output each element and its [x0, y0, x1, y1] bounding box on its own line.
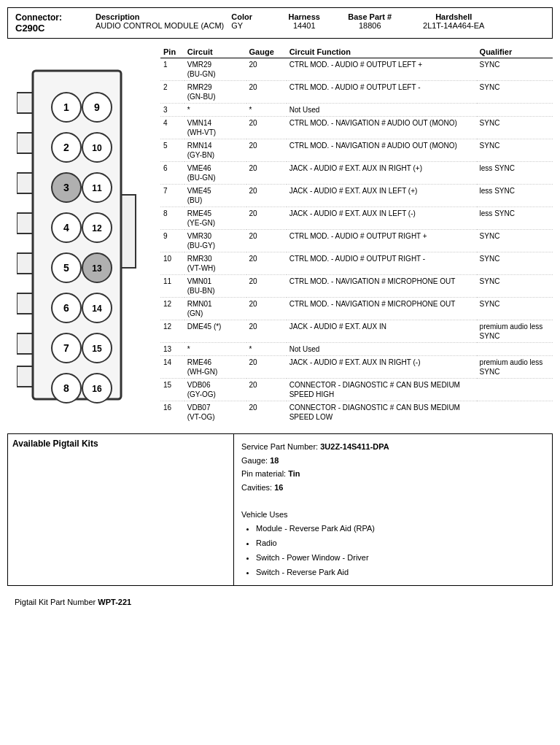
connector-diagram: 1 9 2 10 3 11 4 12 5 13 6: [7, 46, 153, 423]
pin-function: JACK - AUDIO # EXT. AUX IN RIGHT (+): [287, 162, 477, 185]
pin-qualifier: [477, 343, 553, 356]
pigtail-section-title: Available Pigtail Kits: [12, 439, 229, 449]
cavities-value: 16: [274, 483, 283, 492]
harness-title: Harness: [275, 12, 333, 21]
pin-function: CTRL MOD. - AUDIO # OUTPUT LEFT -: [287, 81, 477, 104]
svg-rect-2: [17, 173, 33, 193]
table-row: 5 RMN14(GY-BN) 20 CTRL MOD. - NAVIGATION…: [160, 139, 553, 162]
svg-text:11: 11: [92, 183, 102, 193]
pin-circuit: VMR29(BU-GN): [184, 58, 246, 81]
table-row: 9 VMR30(BU-GY) 20 CTRL MOD. - AUDIO # OU…: [160, 230, 553, 252]
svg-text:14: 14: [92, 304, 102, 314]
pin-circuit: RMR29(GN-BU): [184, 81, 246, 104]
pin-gauge: 20: [246, 320, 287, 343]
pin-function: CTRL MOD. - NAVIGATION # AUDIO OUT (MONO…: [287, 117, 477, 139]
pin-num: 2: [160, 81, 184, 104]
pin-num: 1: [160, 58, 184, 81]
svg-rect-1: [17, 133, 33, 153]
pin-function: JACK - AUDIO # EXT. AUX IN RIGHT (-): [287, 356, 477, 379]
pin-qualifier: less SYNC: [477, 162, 553, 185]
pin-num: 15: [160, 379, 184, 401]
hardshell-value: 2L1T-14A464-EA: [406, 21, 501, 30]
table-row: 12 DME45 (*) 20 JACK - AUDIO # EXT. AUX …: [160, 320, 553, 343]
table-row: 11 VMN01(BU-BN) 20 CTRL MOD. - NAVIGATIO…: [160, 275, 553, 298]
list-item: Radio: [256, 536, 545, 551]
svg-text:1: 1: [63, 101, 69, 113]
list-item: Switch - Power Window - Driver: [256, 551, 545, 565]
svg-text:8: 8: [63, 382, 69, 394]
pin-circuit: RME46(WH-GN): [184, 356, 246, 379]
pin-num: 12: [160, 298, 184, 320]
svg-text:6: 6: [63, 302, 69, 314]
pin-qualifier: SYNC: [477, 252, 553, 275]
svg-rect-5: [17, 293, 33, 314]
base-value: 18806: [333, 21, 406, 30]
main-content: 1 9 2 10 3 11 4 12 5 13 6: [7, 46, 553, 423]
table-row: 3 * * Not Used: [160, 104, 553, 117]
pin-function: CTRL MOD. - AUDIO # OUTPUT RIGHT -: [287, 252, 477, 275]
pin-qualifier: less SYNC: [477, 207, 553, 230]
pin-table: Pin Circuit Gauge Circuit Function Quali…: [160, 46, 553, 423]
pigtail-part-number-section: Pigtail Kit Part Number WPT-221: [7, 593, 553, 611]
pin-qualifier: premium audio less SYNC: [477, 320, 553, 343]
pin-circuit: VMR30(BU-GY): [184, 230, 246, 252]
pin-qualifier: SYNC: [477, 117, 553, 139]
hardshell-section: Hardshell 2L1T-14A464-EA: [406, 12, 501, 30]
harness-section: Harness 14401: [275, 12, 333, 30]
color-title: Color: [231, 12, 275, 21]
pigtail-service-part: Service Part Number: 3U2Z-14S411-DPA: [241, 440, 545, 454]
col-gauge: Gauge: [246, 46, 287, 58]
base-part-section: Base Part # 18806: [333, 12, 406, 30]
part-number-label: Pigtail Kit Part Number: [15, 598, 96, 606]
svg-text:15: 15: [92, 344, 102, 354]
desc-value: AUDIO CONTROL MODULE (ACM): [96, 21, 224, 30]
pin-circuit: VME45(BU): [184, 185, 246, 207]
pin-num: 16: [160, 401, 184, 424]
list-item: Switch - Reverse Park Aid: [256, 565, 545, 580]
table-row: 4 VMN14(WH-VT) 20 CTRL MOD. - NAVIGATION…: [160, 117, 553, 139]
svg-rect-7: [17, 366, 33, 387]
hardshell-title: Hardshell: [406, 12, 501, 21]
pin-gauge: 20: [246, 81, 287, 104]
pin-gauge: 20: [246, 185, 287, 207]
pin-gauge: 20: [246, 275, 287, 298]
vehicle-uses-title: Vehicle Uses: [241, 508, 545, 522]
col-pin: Pin: [160, 46, 184, 58]
pin-circuit: VMN14(WH-VT): [184, 117, 246, 139]
table-row: 16 VDB07(VT-OG) 20 CONNECTOR - DIAGNOSTI…: [160, 401, 553, 424]
pin-material-label: Pin material:: [241, 469, 286, 478]
pin-circuit: VDB07(VT-OG): [184, 401, 246, 424]
header-section: Connector: C290C Description AUDIO CONTR…: [7, 7, 553, 39]
table-row: 6 VME46(BU-GN) 20 JACK - AUDIO # EXT. AU…: [160, 162, 553, 185]
table-row: 10 RMR30(VT-WH) 20 CTRL MOD. - AUDIO # O…: [160, 252, 553, 275]
pin-qualifier: SYNC: [477, 275, 553, 298]
pin-qualifier: SYNC: [477, 81, 553, 104]
pin-gauge: *: [246, 343, 287, 356]
pin-num: 4: [160, 117, 184, 139]
pin-qualifier: [477, 104, 553, 117]
base-title: Base Part #: [333, 12, 406, 21]
svg-text:2: 2: [63, 142, 69, 153]
col-qualifier: Qualifier: [477, 46, 553, 58]
gauge-value: 18: [270, 456, 279, 465]
pin-gauge: 20: [246, 298, 287, 320]
table-row: 8 RME45(YE-GN) 20 JACK - AUDIO # EXT. AU…: [160, 207, 553, 230]
svg-text:3: 3: [63, 182, 69, 193]
table-row: 2 RMR29(GN-BU) 20 CTRL MOD. - AUDIO # OU…: [160, 81, 553, 104]
pin-qualifier: [477, 379, 553, 401]
svg-text:10: 10: [92, 143, 102, 153]
pin-gauge: *: [246, 104, 287, 117]
pin-function: CTRL MOD. - NAVIGATION # AUDIO OUT (MONO…: [287, 139, 477, 162]
pin-qualifier: SYNC: [477, 58, 553, 81]
connector-id-section: Connector: C290C: [15, 12, 88, 34]
pin-table-section: Pin Circuit Gauge Circuit Function Quali…: [160, 46, 553, 423]
svg-text:13: 13: [92, 263, 102, 274]
svg-rect-6: [17, 333, 33, 354]
pin-gauge: 20: [246, 379, 287, 401]
pin-circuit: VDB06(GY-OG): [184, 379, 246, 401]
pigtail-left: Available Pigtail Kits: [8, 434, 234, 585]
svg-text:4: 4: [63, 222, 69, 233]
harness-value: 14401: [275, 21, 333, 30]
pin-circuit: RME45(YE-GN): [184, 207, 246, 230]
svg-rect-8: [121, 195, 136, 268]
